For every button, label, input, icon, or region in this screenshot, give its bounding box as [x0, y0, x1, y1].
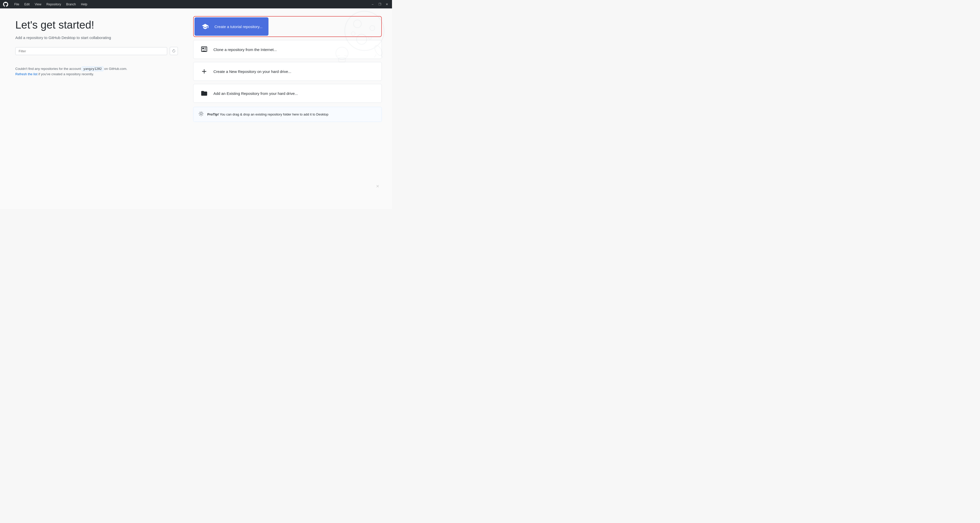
close-button[interactable]: ✕	[385, 2, 389, 6]
protip-box: ProTip! You can drag & drop an existing …	[193, 107, 382, 122]
book-icon	[200, 45, 209, 54]
refresh-list-link[interactable]: Refresh the list	[15, 72, 38, 76]
tutorial-button-wrapper: Create a tutorial repository...	[193, 16, 382, 37]
graduation-icon	[200, 22, 210, 31]
clone-repository-label: Clone a repository from the Internet...	[213, 48, 277, 52]
username-badge: yangzy1202	[82, 67, 103, 71]
refresh-button[interactable]	[170, 47, 178, 55]
create-new-repository-label: Create a New Repository on your hard dri…	[213, 69, 291, 74]
app-logo	[3, 2, 8, 7]
svg-point-13	[200, 113, 202, 115]
right-panel: Create a tutorial repository... Clone a …	[188, 8, 392, 209]
main-content: Let's get started! Add a repository to G…	[0, 8, 392, 209]
create-new-repository-button[interactable]: Create a New Repository on your hard dri…	[193, 62, 382, 81]
menu-file[interactable]: File	[12, 2, 21, 7]
titlebar: File Edit View Repository Branch Help – …	[0, 0, 392, 8]
filter-row	[15, 47, 178, 55]
add-existing-repository-button[interactable]: Add an Existing Repository from your har…	[193, 84, 382, 103]
maximize-button[interactable]: ❐	[378, 2, 382, 6]
decoration-close-x: ✕	[376, 184, 379, 189]
menu-view[interactable]: View	[33, 2, 43, 7]
page-title: Let's get started!	[15, 19, 178, 32]
menu-bar: File Edit View Repository Branch Help	[12, 2, 89, 7]
plus-icon	[200, 67, 209, 76]
create-tutorial-button[interactable]: Create a tutorial repository...	[194, 17, 269, 36]
refresh-icon	[172, 49, 176, 53]
add-existing-repository-label: Add an Existing Repository from your har…	[213, 91, 298, 96]
menu-edit[interactable]: Edit	[22, 2, 32, 7]
page-subtitle: Add a repository to GitHub Desktop to st…	[15, 35, 178, 40]
protip-text: ProTip! You can drag & drop an existing …	[207, 112, 328, 117]
filter-input[interactable]	[15, 47, 167, 55]
menu-repository[interactable]: Repository	[45, 2, 63, 7]
menu-branch[interactable]: Branch	[64, 2, 78, 7]
empty-state: Couldn't find any repositories for the a…	[15, 61, 178, 82]
folder-icon	[200, 89, 209, 98]
clone-repository-button[interactable]: Clone a repository from the Internet...	[193, 40, 382, 59]
window-controls: – ❐ ✕	[371, 2, 389, 6]
left-panel: Let's get started! Add a repository to G…	[0, 8, 188, 209]
minimize-button[interactable]: –	[371, 2, 375, 6]
create-tutorial-label: Create a tutorial repository...	[215, 24, 262, 29]
lightbulb-icon	[199, 111, 204, 117]
menu-help[interactable]: Help	[79, 2, 89, 7]
